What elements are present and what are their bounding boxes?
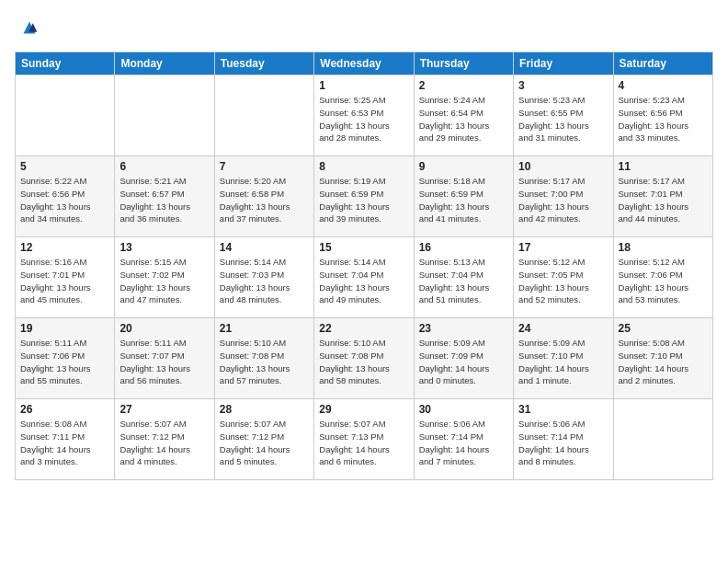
calendar-week-3: 19Sunrise: 5:11 AM Sunset: 7:06 PM Dayli… bbox=[16, 318, 713, 399]
calendar-cell: 19Sunrise: 5:11 AM Sunset: 7:06 PM Dayli… bbox=[16, 318, 115, 399]
day-number: 29 bbox=[319, 403, 408, 416]
day-number: 15 bbox=[319, 241, 408, 254]
day-info: Sunrise: 5:17 AM Sunset: 7:00 PM Dayligh… bbox=[518, 175, 608, 225]
day-header-friday: Friday bbox=[514, 52, 613, 75]
day-info: Sunrise: 5:13 AM Sunset: 7:04 PM Dayligh… bbox=[419, 256, 508, 306]
day-number: 7 bbox=[220, 160, 309, 173]
day-info: Sunrise: 5:07 AM Sunset: 7:13 PM Dayligh… bbox=[319, 418, 408, 468]
day-number: 19 bbox=[20, 322, 109, 335]
calendar-cell: 10Sunrise: 5:17 AM Sunset: 7:00 PM Dayli… bbox=[514, 156, 613, 237]
day-info: Sunrise: 5:23 AM Sunset: 6:56 PM Dayligh… bbox=[619, 94, 708, 144]
day-number: 3 bbox=[518, 79, 608, 92]
calendar-week-2: 12Sunrise: 5:16 AM Sunset: 7:01 PM Dayli… bbox=[16, 237, 713, 318]
day-info: Sunrise: 5:10 AM Sunset: 7:08 PM Dayligh… bbox=[220, 337, 309, 387]
calendar-cell bbox=[214, 75, 313, 156]
day-info: Sunrise: 5:14 AM Sunset: 7:04 PM Dayligh… bbox=[319, 256, 408, 306]
day-number: 22 bbox=[319, 322, 408, 335]
day-number: 8 bbox=[319, 160, 408, 173]
page: SundayMondayTuesdayWednesdayThursdayFrid… bbox=[0, 0, 728, 563]
calendar-cell: 16Sunrise: 5:13 AM Sunset: 7:04 PM Dayli… bbox=[414, 237, 513, 318]
calendar-cell: 23Sunrise: 5:09 AM Sunset: 7:09 PM Dayli… bbox=[414, 318, 513, 399]
day-number: 24 bbox=[518, 322, 608, 335]
calendar-cell: 29Sunrise: 5:07 AM Sunset: 7:13 PM Dayli… bbox=[314, 399, 414, 480]
day-info: Sunrise: 5:19 AM Sunset: 6:59 PM Dayligh… bbox=[319, 175, 408, 225]
day-number: 9 bbox=[419, 160, 508, 173]
calendar-cell: 7Sunrise: 5:20 AM Sunset: 6:58 PM Daylig… bbox=[214, 156, 313, 237]
day-number: 11 bbox=[619, 160, 708, 173]
calendar-cell: 3Sunrise: 5:23 AM Sunset: 6:55 PM Daylig… bbox=[514, 75, 613, 156]
logo bbox=[15, 15, 42, 40]
day-info: Sunrise: 5:11 AM Sunset: 7:06 PM Dayligh… bbox=[20, 337, 109, 387]
day-info: Sunrise: 5:11 AM Sunset: 7:07 PM Dayligh… bbox=[119, 337, 209, 387]
calendar-cell: 18Sunrise: 5:12 AM Sunset: 7:06 PM Dayli… bbox=[613, 237, 712, 318]
calendar-cell: 30Sunrise: 5:06 AM Sunset: 7:14 PM Dayli… bbox=[414, 399, 513, 480]
calendar-cell: 13Sunrise: 5:15 AM Sunset: 7:02 PM Dayli… bbox=[115, 237, 214, 318]
calendar-cell bbox=[16, 75, 115, 156]
day-info: Sunrise: 5:07 AM Sunset: 7:12 PM Dayligh… bbox=[119, 418, 209, 468]
day-number: 5 bbox=[20, 160, 109, 173]
logo-icon bbox=[17, 15, 42, 40]
day-number: 18 bbox=[619, 241, 708, 254]
day-number: 1 bbox=[319, 79, 408, 92]
day-info: Sunrise: 5:23 AM Sunset: 6:55 PM Dayligh… bbox=[518, 94, 608, 144]
day-number: 26 bbox=[20, 403, 109, 416]
calendar-cell: 8Sunrise: 5:19 AM Sunset: 6:59 PM Daylig… bbox=[314, 156, 414, 237]
day-info: Sunrise: 5:09 AM Sunset: 7:10 PM Dayligh… bbox=[518, 337, 608, 387]
calendar-cell: 20Sunrise: 5:11 AM Sunset: 7:07 PM Dayli… bbox=[115, 318, 214, 399]
calendar-cell bbox=[115, 75, 214, 156]
calendar-cell: 12Sunrise: 5:16 AM Sunset: 7:01 PM Dayli… bbox=[16, 237, 115, 318]
day-number: 2 bbox=[419, 79, 508, 92]
day-number: 10 bbox=[518, 160, 608, 173]
calendar-cell: 22Sunrise: 5:10 AM Sunset: 7:08 PM Dayli… bbox=[314, 318, 414, 399]
day-info: Sunrise: 5:17 AM Sunset: 7:01 PM Dayligh… bbox=[619, 175, 708, 225]
calendar: SundayMondayTuesdayWednesdayThursdayFrid… bbox=[15, 52, 713, 480]
calendar-cell: 4Sunrise: 5:23 AM Sunset: 6:56 PM Daylig… bbox=[613, 75, 712, 156]
day-number: 23 bbox=[419, 322, 508, 335]
day-info: Sunrise: 5:08 AM Sunset: 7:11 PM Dayligh… bbox=[20, 418, 109, 468]
calendar-cell: 28Sunrise: 5:07 AM Sunset: 7:12 PM Dayli… bbox=[214, 399, 313, 480]
day-header-monday: Monday bbox=[115, 52, 214, 75]
day-info: Sunrise: 5:06 AM Sunset: 7:14 PM Dayligh… bbox=[419, 418, 508, 468]
calendar-cell: 11Sunrise: 5:17 AM Sunset: 7:01 PM Dayli… bbox=[613, 156, 712, 237]
calendar-cell: 26Sunrise: 5:08 AM Sunset: 7:11 PM Dayli… bbox=[16, 399, 115, 480]
day-header-tuesday: Tuesday bbox=[214, 52, 313, 75]
day-number: 31 bbox=[518, 403, 608, 416]
day-number: 21 bbox=[220, 322, 309, 335]
calendar-cell: 21Sunrise: 5:10 AM Sunset: 7:08 PM Dayli… bbox=[214, 318, 313, 399]
day-number: 4 bbox=[619, 79, 708, 92]
calendar-header-row: SundayMondayTuesdayWednesdayThursdayFrid… bbox=[16, 52, 713, 75]
calendar-cell: 9Sunrise: 5:18 AM Sunset: 6:59 PM Daylig… bbox=[414, 156, 513, 237]
day-number: 27 bbox=[119, 403, 209, 416]
day-number: 12 bbox=[20, 241, 109, 254]
calendar-cell bbox=[613, 399, 712, 480]
calendar-cell: 27Sunrise: 5:07 AM Sunset: 7:12 PM Dayli… bbox=[115, 399, 214, 480]
day-info: Sunrise: 5:21 AM Sunset: 6:57 PM Dayligh… bbox=[119, 175, 209, 225]
day-header-wednesday: Wednesday bbox=[314, 52, 414, 75]
calendar-week-1: 5Sunrise: 5:22 AM Sunset: 6:56 PM Daylig… bbox=[16, 156, 713, 237]
day-info: Sunrise: 5:15 AM Sunset: 7:02 PM Dayligh… bbox=[119, 256, 209, 306]
day-number: 14 bbox=[220, 241, 309, 254]
day-info: Sunrise: 5:25 AM Sunset: 6:53 PM Dayligh… bbox=[319, 94, 408, 144]
calendar-cell: 14Sunrise: 5:14 AM Sunset: 7:03 PM Dayli… bbox=[214, 237, 313, 318]
day-number: 20 bbox=[119, 322, 209, 335]
day-info: Sunrise: 5:16 AM Sunset: 7:01 PM Dayligh… bbox=[20, 256, 109, 306]
day-info: Sunrise: 5:24 AM Sunset: 6:54 PM Dayligh… bbox=[419, 94, 508, 144]
day-info: Sunrise: 5:09 AM Sunset: 7:09 PM Dayligh… bbox=[419, 337, 508, 387]
day-number: 16 bbox=[419, 241, 508, 254]
day-info: Sunrise: 5:08 AM Sunset: 7:10 PM Dayligh… bbox=[619, 337, 708, 387]
calendar-cell: 6Sunrise: 5:21 AM Sunset: 6:57 PM Daylig… bbox=[115, 156, 214, 237]
day-header-thursday: Thursday bbox=[414, 52, 513, 75]
day-info: Sunrise: 5:20 AM Sunset: 6:58 PM Dayligh… bbox=[220, 175, 309, 225]
day-info: Sunrise: 5:10 AM Sunset: 7:08 PM Dayligh… bbox=[319, 337, 408, 387]
day-info: Sunrise: 5:07 AM Sunset: 7:12 PM Dayligh… bbox=[220, 418, 309, 468]
calendar-cell: 1Sunrise: 5:25 AM Sunset: 6:53 PM Daylig… bbox=[314, 75, 414, 156]
day-header-sunday: Sunday bbox=[16, 52, 115, 75]
day-info: Sunrise: 5:22 AM Sunset: 6:56 PM Dayligh… bbox=[20, 175, 109, 225]
calendar-week-0: 1Sunrise: 5:25 AM Sunset: 6:53 PM Daylig… bbox=[16, 75, 713, 156]
day-number: 13 bbox=[119, 241, 209, 254]
day-info: Sunrise: 5:12 AM Sunset: 7:05 PM Dayligh… bbox=[518, 256, 608, 306]
day-header-saturday: Saturday bbox=[613, 52, 712, 75]
calendar-cell: 24Sunrise: 5:09 AM Sunset: 7:10 PM Dayli… bbox=[514, 318, 613, 399]
calendar-cell: 31Sunrise: 5:06 AM Sunset: 7:14 PM Dayli… bbox=[514, 399, 613, 480]
day-info: Sunrise: 5:12 AM Sunset: 7:06 PM Dayligh… bbox=[619, 256, 708, 306]
